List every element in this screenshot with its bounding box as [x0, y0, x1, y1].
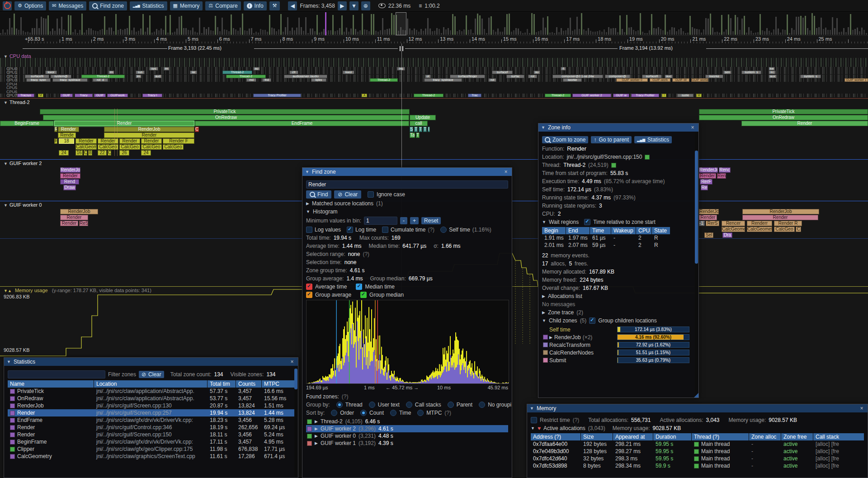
timeline-zone[interactable]: EndFrame	[195, 121, 409, 126]
goto-frame-button[interactable]: ▼	[349, 1, 359, 10]
cpu-zone[interactable]: lai	[190, 71, 197, 74]
resize-grip[interactable]	[694, 393, 698, 398]
cpu-zone[interactable]: Thread-2	[370, 78, 398, 82]
power-button[interactable]	[3, 1, 12, 10]
timeline-zone[interactable]: T	[423, 127, 427, 132]
legend-checkbox[interactable]	[306, 284, 312, 290]
cpu-zone[interactable]: Trac	[468, 94, 481, 97]
collapse-icon[interactable]: ▼	[305, 170, 309, 174]
scrollbar-thumb[interactable]	[294, 369, 297, 389]
stats-row[interactable]: PrivateTickjni/../jni/src/claw/applicati…	[8, 388, 294, 395]
location-value[interactable]: jni/../jni/src/guif/Screen.cpp:150	[567, 154, 642, 160]
legend-checkbox[interactable]	[356, 284, 362, 290]
collapse-icon[interactable]: ▼	[541, 125, 545, 130]
memory-titlebar[interactable]: ▼ Memory ×	[527, 404, 868, 412]
clear-button[interactable]: ⊘Clear	[334, 190, 361, 199]
allocation-row[interactable]: 0x7dfc42d64032 bytes298.3 ms59.95 sMain …	[531, 455, 864, 462]
cpu-zone[interactable]: ot	[425, 75, 431, 78]
cpu-zone[interactable]: sys	[149, 67, 158, 71]
timeline-zone[interactable]: Render	[741, 121, 868, 126]
timeline-zone[interactable]: Update	[410, 115, 436, 120]
sort-by-radio-mtpc[interactable]	[417, 410, 424, 416]
cumulate-time-checkbox[interactable]	[382, 227, 388, 233]
group-children-checkbox[interactable]	[589, 317, 595, 324]
timeline-zone[interactable]: 8	[88, 150, 92, 156]
scrollbar[interactable]	[294, 367, 297, 477]
timeline-zone[interactable]: Render	[60, 221, 78, 226]
timeline-zone[interactable]: 26	[119, 150, 129, 156]
cpu-zone[interactable]: kworke	[705, 75, 723, 78]
timeline-zone[interactable]: RenderJob	[60, 167, 80, 173]
cpu-zone[interactable]: surfac	[506, 75, 524, 78]
cpu-zone[interactable]: auc	[665, 75, 673, 78]
zone-trace-label[interactable]: Zone trace	[548, 309, 574, 316]
memory-column-header[interactable]: Appeared at	[613, 433, 653, 440]
active-allocations-section[interactable]: Active allocations	[543, 425, 585, 431]
timeline-zone[interactable]: I	[428, 127, 430, 132]
timeline-zone[interactable]: RenderJob	[742, 209, 819, 214]
timeline-zone[interactable]: Render	[75, 138, 97, 144]
self-time-radio[interactable]	[440, 227, 447, 233]
timeline-zone[interactable]: PrivateTick	[40, 109, 410, 114]
timeline-zone[interactable]: T	[419, 127, 422, 132]
wait-column-header[interactable]: Begin	[542, 227, 566, 234]
cpu-zone[interactable]: aud	[154, 75, 162, 78]
zone-group-row[interactable]: ▶GUIF worker 1(3,192)4.39 s	[306, 440, 508, 447]
stats-row[interactable]: Renderjni/../jni/src/guif/Screen.cpp:150…	[8, 431, 294, 438]
group-by-radio-no-groupi[interactable]	[479, 402, 485, 408]
zoom-to-zone-button[interactable]: Zoom to zone	[542, 136, 588, 143]
allocation-row[interactable]: 0x7dfaa64e00192 bytes298.21 ms59.95 sMai…	[531, 440, 864, 448]
timeline-zone[interactable]: OnRedraw	[43, 115, 409, 120]
cpu-zone[interactable]: irc	[769, 71, 776, 74]
cpu-zone[interactable]: tracy_systrace	[52, 78, 88, 82]
collapse-icon[interactable]: ▼	[530, 406, 534, 411]
frames-bar[interactable]: Frame 3,193 (22.45 ms) Frame 3,194 (13.9…	[0, 45, 868, 52]
timeline-zone[interactable]: R	[54, 127, 57, 132]
memory-column-header[interactable]: Zone alloc	[749, 433, 781, 440]
memory-column-header[interactable]: Call stack	[813, 433, 864, 440]
child-zone-row[interactable]: ▶RenderJob(×2)4.16 ms (92.60%)	[542, 333, 695, 341]
timeline-zone[interactable]: Render	[60, 215, 88, 220]
cpu-zone[interactable]: Tracy Profiler	[631, 94, 659, 97]
thread-header-guif-worker-2[interactable]: ▼GUIF worker 2	[4, 161, 42, 166]
cpu-zone[interactable]: fnd	[262, 78, 271, 82]
memory-column-header[interactable]: Size	[581, 433, 613, 440]
timeline-zone[interactable]: RenderJo	[699, 167, 718, 173]
cpu-zone[interactable]: tracy_systrace	[424, 78, 462, 82]
stats-column-header[interactable]: Total tim	[208, 380, 236, 388]
close-icon[interactable]: ×	[689, 124, 696, 131]
toolbar-button-statistics[interactable]: ▂▄▆Statistics	[130, 1, 167, 10]
cpu-zone[interactable]: rot	[528, 75, 537, 78]
cpu-zone[interactable]: GUIF-work	[650, 78, 670, 82]
timeline-zone[interactable]: Draw	[63, 185, 76, 190]
cpu-zone[interactable]: iworke	[563, 78, 582, 82]
cpu-zone[interactable]: surfacef	[492, 71, 513, 74]
wait-column-header[interactable]: Time	[590, 227, 611, 234]
timeline-zone[interactable]: Render	[58, 127, 79, 132]
cpu-zone[interactable]: Thread-2	[414, 94, 443, 97]
cpu-zone[interactable]: GUIF w	[613, 94, 629, 97]
cpu-zone[interactable]: rot	[488, 78, 496, 82]
wait-column-header[interactable]: Wakeup	[611, 227, 636, 234]
cpu-zone[interactable]: audioserver /audio	[284, 75, 327, 78]
stats-row[interactable]: OnRedrawjni/../jni/src/claw/application/…	[8, 395, 294, 402]
stats-row[interactable]: Clipperjni/../jni/src/claw/gfx/geo/Clipp…	[8, 445, 294, 453]
timeline-zone[interactable]: Render	[742, 215, 818, 220]
focus-button[interactable]: ⊕	[361, 1, 370, 10]
cpu-zone[interactable]: Thread-2	[226, 75, 266, 78]
time-ruler[interactable]: +55.83 s 1 ms2 ms3 ms4 ms5 ms6 ms7 ms8 m…	[0, 36, 868, 45]
child-zone-row[interactable]: RecalcTransform72.92 µs (1.62%)	[542, 341, 695, 349]
cpu-zone[interactable]: fi	[561, 67, 566, 71]
histogram-section-label[interactable]: Histogram	[313, 208, 338, 215]
stats-column-header[interactable]: Name	[8, 380, 94, 388]
cpu-zone[interactable]: im	[164, 67, 170, 71]
child-zones-label[interactable]: Child zones	[549, 317, 577, 324]
cpu-zone[interactable]: kwoi	[343, 71, 354, 74]
stats-row[interactable]: Renderjni/../jni/src/guif/Screen.cpp:257…	[8, 409, 294, 416]
memory-column-header[interactable]: Address (?)	[531, 433, 580, 440]
group-by-radio-parent[interactable]	[448, 402, 454, 408]
wait-row[interactable]: 2.01 ms2.07 ms59 µs-2R	[542, 241, 671, 249]
cpu-zone[interactable]: Thread-2	[545, 94, 571, 97]
tree-arrow-icon[interactable]: ▶	[306, 201, 309, 206]
cpu-zone[interactable]: M	[38, 94, 43, 97]
